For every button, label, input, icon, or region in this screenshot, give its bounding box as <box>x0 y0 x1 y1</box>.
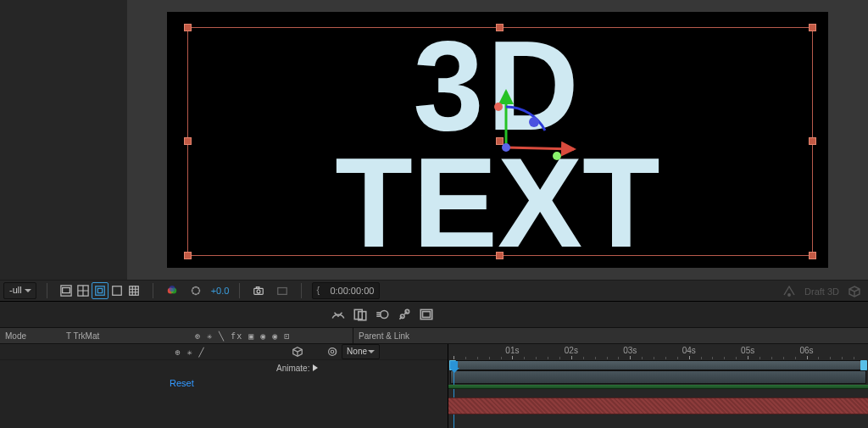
transparency-grid-icon[interactable] <box>58 282 75 299</box>
svg-point-15 <box>169 286 175 292</box>
preview-time-display[interactable]: { 0:00:00:00 <box>312 282 380 299</box>
svg-rect-10 <box>97 288 102 292</box>
layer-duration-bar[interactable] <box>448 397 868 414</box>
draft-3d-toggle[interactable]: Draft 3D <box>804 286 839 297</box>
channel-buttons <box>58 282 142 299</box>
animate-label: Animate: <box>276 364 309 373</box>
svg-rect-11 <box>112 286 121 296</box>
svg-point-21 <box>788 294 790 296</box>
pickwhip-icon[interactable] <box>326 346 338 358</box>
viewer-toolbar: -ull +0.0 <box>0 280 868 302</box>
column-switches[interactable]: ⊕ ✳ ╲ fx ▣ ◉ ◉ ⊡ <box>190 328 353 343</box>
preview-text-line-1[interactable]: 3D <box>167 22 828 149</box>
time-ruler[interactable]: 01s02s03s04s05s06s <box>448 344 868 385</box>
svg-rect-20 <box>278 288 287 295</box>
divider <box>239 283 240 298</box>
ruler-label: 02s <box>565 346 578 355</box>
ruler-label: 03s <box>623 346 637 355</box>
timeline-panel: Mode T TrkMat ⊕ ✳ ╲ fx ▣ ◉ ◉ ⊡ Parent & … <box>0 302 868 428</box>
color-management-icon[interactable] <box>164 282 181 299</box>
frame-blend-icon[interactable] <box>353 307 368 322</box>
reset-row: Reset <box>0 375 448 391</box>
svg-point-29 <box>329 348 337 356</box>
svg-rect-28 <box>423 312 431 318</box>
column-mode[interactable]: Mode <box>0 328 61 343</box>
timeline-ruler-area[interactable]: 01s02s03s04s05s06s <box>448 344 868 428</box>
column-trkmat[interactable]: T TrkMat <box>61 328 190 343</box>
svg-rect-12 <box>129 286 138 296</box>
layer-switches[interactable]: ⊕ ✳ ╱ <box>175 347 204 357</box>
layer-row[interactable]: ⊕ ✳ ╱ None <box>0 344 448 360</box>
3d-view-icon[interactable] <box>848 285 861 298</box>
svg-point-30 <box>331 350 334 353</box>
animate-menu-icon[interactable] <box>313 364 321 371</box>
exposure-value[interactable]: +0.0 <box>211 286 230 296</box>
column-parent[interactable]: Parent & Link <box>353 328 489 343</box>
parent-dropdown[interactable]: None <box>342 344 380 359</box>
time-navigator[interactable] <box>450 360 866 370</box>
timeline-columns-header: Mode T TrkMat ⊕ ✳ ╲ fx ▣ ◉ ◉ ⊡ Parent & … <box>0 328 868 344</box>
render-queue-icon[interactable] <box>419 307 434 322</box>
graph-editor-icon[interactable] <box>397 307 412 322</box>
mask-visibility-icon[interactable] <box>92 282 108 299</box>
show-snapshot-icon[interactable] <box>274 282 291 299</box>
ruler-label: 04s <box>682 346 696 355</box>
svg-rect-9 <box>95 286 104 296</box>
time-nav-end-handle[interactable] <box>860 360 867 370</box>
ruler-label: 05s <box>741 346 754 355</box>
ruler-label: 01s <box>505 346 519 355</box>
svg-point-18 <box>257 290 260 293</box>
safe-zones-icon[interactable] <box>75 282 92 299</box>
divider <box>153 283 153 298</box>
motion-blur-icon[interactable] <box>375 307 390 322</box>
divider <box>301 283 302 298</box>
preview-text-line-2[interactable]: TEXT <box>167 139 828 266</box>
exposure-icon[interactable] <box>187 282 204 299</box>
timeline-layer-list: ⊕ ✳ ╱ None Animate: Reset <box>0 344 448 428</box>
snapshot-icon[interactable] <box>250 282 267 299</box>
work-area-highlight <box>448 385 868 389</box>
divider <box>47 283 47 298</box>
composition-canvas[interactable]: 3D TEXT <box>167 12 828 268</box>
reset-link[interactable]: Reset <box>170 378 194 388</box>
shy-icon[interactable] <box>331 307 346 322</box>
roi-icon[interactable] <box>108 282 125 299</box>
ruler-label: 06s <box>800 346 814 355</box>
work-area-bar[interactable] <box>450 370 866 384</box>
project-panel[interactable] <box>0 0 127 280</box>
animate-row: Animate: <box>0 360 448 375</box>
grid-icon[interactable] <box>125 282 142 299</box>
timeline-top-strip <box>0 302 868 328</box>
3d-layer-icon[interactable] <box>292 346 303 358</box>
resolution-dropdown[interactable]: -ull <box>3 282 36 299</box>
bracket-icon: { <box>316 285 320 295</box>
composition-viewer[interactable]: 3D TEXT <box>127 0 868 280</box>
preview-time-value: 0:00:00:00 <box>330 286 374 296</box>
svg-rect-7 <box>62 288 70 293</box>
svg-rect-19 <box>257 287 260 289</box>
fast-preview-icon[interactable] <box>782 285 796 298</box>
svg-point-24 <box>381 311 388 319</box>
